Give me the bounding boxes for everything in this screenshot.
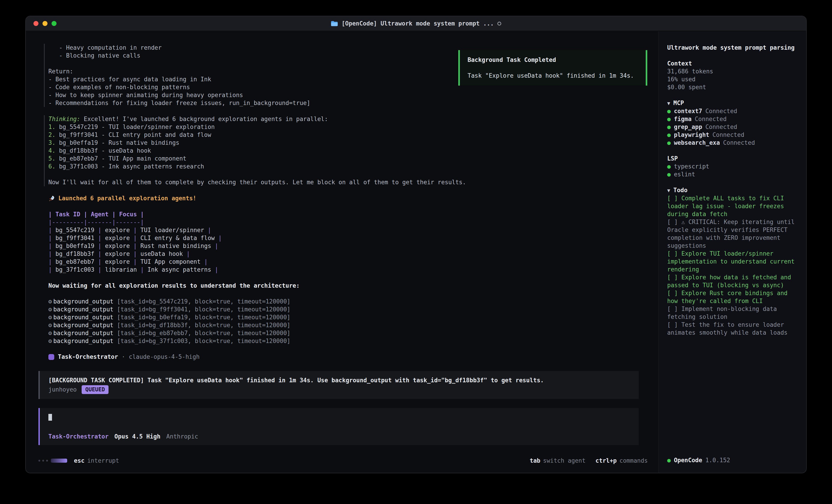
banner-text: [BACKGROUND TASK COMPLETED] Task "Explor…: [48, 376, 632, 384]
active-agent-name[interactable]: Task-Orchestrator: [48, 432, 108, 441]
sidebar: Ultrawork mode system prompt parsing Con…: [658, 31, 806, 473]
tool-name: background_output: [53, 338, 113, 344]
mcp-server-name: context7: [674, 107, 702, 115]
mcp-item: ●grep_appConnected: [667, 123, 798, 131]
todo-text: Explore how data is fetched and passed t…: [667, 274, 791, 288]
queued-badge: QUEUED: [82, 385, 108, 394]
traffic-lights: [33, 21, 56, 26]
zoom-window-button[interactable]: [52, 21, 56, 26]
lsp-heading: LSP: [667, 155, 798, 163]
agent-attribution: Task-Orchestrator · claude-opus-4-5-high: [48, 353, 649, 361]
gear-icon: ⚙: [48, 330, 52, 336]
status-dot: ●: [667, 170, 671, 178]
app-body: - Heavy computation in render - Blocking…: [26, 31, 806, 473]
tool-call-line: ⚙background_output [task_id=bg_f9ff3041,…: [48, 306, 649, 313]
mcp-heading: MCP: [673, 100, 684, 106]
folder-icon: [331, 21, 338, 26]
status-dot: ●: [667, 131, 671, 139]
ctrl-p-key: ctrl+p: [596, 457, 617, 464]
tool-result-line: - Recommendations for fixing loader free…: [48, 99, 649, 107]
status-dot: ●: [667, 139, 671, 147]
status-bar: escinterrupt tabswitch agent ctrl+pcomma…: [26, 450, 658, 473]
toast-notification[interactable]: Background Task Completed Task "Explore …: [458, 50, 647, 86]
agent-id-line: 2. bg_f9ff3041 - CLI entry point and dat…: [48, 131, 649, 139]
gear-icon: ⚙: [48, 306, 52, 313]
table-row: | bg_5547c219 | explore | TUI loader/spi…: [48, 226, 649, 234]
table-row: | bg_eb87ebb7 | explore | TUI App compon…: [48, 258, 649, 266]
todo-item: [ ] ⚠ CRITICAL: Keep iterating until Ora…: [667, 218, 798, 250]
status-bar-right: tabswitch agent ctrl+pcommands: [530, 457, 648, 465]
minimize-window-button[interactable]: [43, 21, 48, 26]
context-line: $0.00 spent: [667, 83, 798, 91]
todo-item: [ ] Test the fix to ensure loader animat…: [667, 321, 798, 337]
todo-heading: Todo: [673, 187, 687, 194]
model-name: claude-opus-4-5-high: [129, 353, 200, 361]
mcp-status: Connected: [695, 115, 727, 123]
banner-user: junhoyeo: [48, 386, 77, 394]
thinking-text: Excellent! I've launched 6 background ex…: [80, 116, 328, 122]
context-heading: Context: [667, 60, 798, 67]
status-dot: ●: [667, 123, 671, 131]
launch-banner: Launched 6 parallel exploration agents!: [48, 194, 649, 202]
mcp-server-name: playwright: [674, 131, 709, 139]
active-model-name[interactable]: Opus 4.5 High: [114, 432, 160, 441]
gear-icon: ⚙: [48, 322, 52, 329]
close-window-button[interactable]: [33, 21, 38, 26]
lsp-item: ●typescript: [667, 163, 798, 170]
tool-name: background_output: [53, 322, 113, 329]
tool-args: [task_id=bg_eb87ebb7, block=true, timeou…: [113, 330, 290, 336]
rocket-icon: [48, 195, 55, 202]
tool-args: [task_id=bg_f9ff3041, block=true, timeou…: [113, 306, 290, 313]
todo-text: Implement non-blocking data fetching sol…: [667, 306, 777, 320]
mcp-section-header[interactable]: ▼MCP: [667, 99, 798, 107]
status-dot: ●: [667, 107, 671, 115]
mcp-item: ●playwrightConnected: [667, 131, 798, 139]
tool-result-line: - How to keep spinner animating during h…: [48, 91, 649, 99]
agent-id-line: 5. bg_eb87ebb7 - TUI App main component: [48, 155, 649, 163]
todo-section-header[interactable]: ▼Todo: [667, 186, 798, 194]
gear-icon: ⚙: [48, 338, 52, 344]
collapse-icon[interactable]: ▼: [667, 101, 670, 106]
app-window: [OpenCode] Ultrawork mode system prompt …: [25, 16, 807, 473]
mcp-item: ●context7Connected: [667, 107, 798, 115]
background-task-banner: [BACKGROUND TASK COMPLETED] Task "Explor…: [38, 371, 639, 399]
todo-item: [ ] Explore Rust core bindings and how t…: [667, 289, 798, 305]
status-dot: ●: [667, 163, 671, 170]
blank-line: [48, 170, 649, 178]
tab-hint: tabswitch agent: [530, 457, 586, 465]
agent-id-list: 1. bg_5547c219 - TUI loader/spinner expl…: [48, 123, 649, 170]
gear-icon: ⚙: [48, 314, 52, 320]
todo-item: [ ] Explore how data is fetched and pass…: [667, 274, 798, 289]
tool-args: [task_id=bg_df18bb3f, block=true, timeou…: [113, 322, 290, 329]
todo-checkbox: [ ]: [667, 290, 678, 297]
lsp-section: LSP ●typescript ●eslint: [667, 155, 798, 178]
conversation: - Heavy computation in render - Blocking…: [26, 31, 658, 450]
tool-call-line: ⚙background_output [task_id=bg_eb87ebb7,…: [48, 329, 649, 337]
mcp-item: ●websearch_exaConnected: [667, 139, 798, 147]
tab-key: tab: [530, 457, 540, 464]
mcp-server-name: grep_app: [674, 123, 702, 131]
todo-checkbox: [ ]: [667, 250, 678, 257]
todo-checkbox: [ ]: [667, 306, 678, 312]
mcp-item: ●figmaConnected: [667, 115, 798, 123]
tool-call-line: ⚙background_output [task_id=bg_5547c219,…: [48, 298, 649, 306]
todo-text: Test the fix to ensure loader animates s…: [667, 321, 787, 336]
sidebar-footer: ● OpenCode 1.0.152: [667, 456, 798, 473]
gear-icon: ⚙: [48, 298, 52, 305]
context-line: 16% used: [667, 76, 798, 83]
collapse-icon[interactable]: ▼: [667, 188, 670, 193]
mcp-server-name: websearch_exa: [674, 139, 720, 147]
table-row: | bg_f9ff3041 | explore | CLI entry & da…: [48, 234, 649, 242]
status-dot: ●: [667, 456, 671, 464]
agent-id-line: 6. bg_37f1c003 - Ink async patterns rese…: [48, 163, 649, 170]
mcp-status: Connected: [723, 139, 755, 147]
todo-text: ⚠ CRITICAL: Keep iterating until Oracle …: [667, 219, 795, 249]
input-footer: Task-Orchestrator Opus 4.5 High Anthropi…: [48, 432, 632, 441]
app-name: OpenCode: [674, 456, 702, 464]
toast-title: Background Task Completed: [468, 56, 638, 64]
prompt-input[interactable]: Task-Orchestrator Opus 4.5 High Anthropi…: [38, 408, 639, 445]
wait-text: Now I'll wait for all of them to complet…: [48, 178, 649, 186]
titlebar: [OpenCode] Ultrawork mode system prompt …: [26, 16, 806, 31]
mcp-list: ●context7Connected ●figmaConnected ●grep…: [667, 107, 798, 147]
agent-id-line: 3. bg_b0effa19 - Rust native bindings: [48, 139, 649, 147]
